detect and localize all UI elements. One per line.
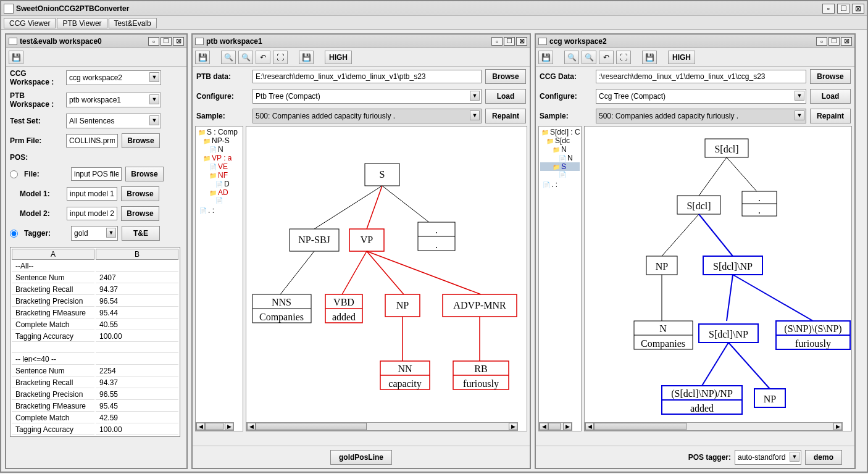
label-ptb-configure: Configure:	[196, 92, 249, 101]
panel-min-icon[interactable]: ▫	[148, 37, 159, 46]
label-ccg-workspace: CCG Workspace :	[10, 69, 62, 86]
select-ptb-configure[interactable]: Ptb Tree (Compact)▼	[252, 89, 482, 104]
main-tabs: CCG Viewer PTB Viewer Test&Evalb	[1, 16, 867, 30]
label-tagger: Tagger:	[24, 229, 67, 238]
disk-icon[interactable]: 💾	[299, 51, 314, 64]
select-ptb-workspace[interactable]: ptb workspace1▼	[66, 93, 161, 107]
col-a: A	[12, 249, 94, 260]
high-button[interactable]: HIGH	[668, 51, 695, 64]
label-ptb-workspace: PTB Workspace :	[10, 91, 62, 109]
scrollbar-h[interactable]: ◀▶	[539, 422, 572, 431]
ptb-outline[interactable]: S : Comp NP-S N VP : a VE NF D AD . : ◀▶	[195, 126, 243, 431]
tab-ptb-viewer[interactable]: PTB Viewer	[57, 18, 107, 28]
select-ccg-workspace[interactable]: ccg workspace2▼	[66, 70, 161, 85]
select-test-set[interactable]: All Sentences▼	[66, 114, 161, 128]
panel-evalb-titlebar: test&evalb workspace0 ▫ ☐ ⊠	[6, 35, 186, 48]
radio-file[interactable]	[10, 170, 18, 178]
svg-line-57	[733, 275, 813, 321]
zoom-in-icon[interactable]: 🔍	[221, 51, 236, 64]
te-button[interactable]: T&E	[122, 226, 160, 241]
scrollbar-h[interactable]: ◀▶	[585, 422, 843, 431]
input-prm-file[interactable]	[66, 134, 118, 148]
browse-prm-button[interactable]: Browse	[122, 133, 160, 148]
fit-icon[interactable]: ⛶	[616, 51, 631, 64]
chevron-down-icon: ▼	[795, 91, 804, 101]
save-icon[interactable]: 💾	[538, 51, 553, 64]
undo-icon[interactable]: ↶	[256, 51, 270, 64]
input-model1[interactable]	[67, 187, 117, 201]
browse-ccg-button[interactable]: Browse	[810, 69, 851, 84]
panel-ptb: ptb workspace1 ▫ ☐ ⊠ 💾 🔍 🔍 ↶ ⛶ 💾 HIGH	[191, 33, 531, 469]
panel-close-icon[interactable]: ⊠	[841, 37, 852, 46]
svg-text:furiously: furiously	[795, 338, 831, 349]
svg-line-3	[367, 186, 382, 229]
browse-ptb-button[interactable]: Browse	[485, 69, 526, 84]
panel-close-icon[interactable]: ⊠	[516, 37, 527, 46]
table-row: Bracketing FMeasure95.45	[12, 401, 178, 412]
svg-text:furiously: furiously	[463, 378, 499, 389]
browse-pos-button[interactable]: Browse	[125, 167, 164, 181]
svg-text:VBD: VBD	[333, 297, 354, 307]
ccg-bottom-bar: POS tagger: auto-standford▼ demo	[536, 446, 854, 468]
maximize-icon[interactable]: ☐	[837, 4, 849, 14]
zoom-in-icon[interactable]: 🔍	[564, 51, 579, 64]
panel-min-icon[interactable]: ▫	[491, 37, 503, 46]
panel-max-icon[interactable]: ☐	[828, 37, 840, 46]
fit-icon[interactable]: ⛶	[273, 51, 288, 64]
load-ccg-button[interactable]: Load	[810, 89, 851, 104]
select-ccg-sample[interactable]: 500: Companies added capacity furiously …	[596, 109, 806, 123]
save-icon[interactable]: 💾	[9, 51, 23, 64]
ccg-tree-canvas[interactable]: S[dcl] S[dcl] .. NP S[dcl]\NP	[584, 126, 852, 431]
ccg-outline[interactable]: S[dcl] : C S[dc N N S . : ◀▶	[538, 126, 582, 431]
svg-text:S[dcl]\NP: S[dcl]\NP	[713, 261, 753, 272]
panel-ccg: ccg workspace2 ▫ ☐ ⊠ 💾 🔍 🔍 ↶ ⛶ 💾 HIGH	[535, 33, 856, 469]
select-tagger[interactable]: gold▼	[71, 226, 118, 241]
minimize-icon[interactable]: ▫	[822, 4, 835, 14]
zoom-out-icon[interactable]: 🔍	[582, 51, 596, 64]
panel-close-icon[interactable]: ⊠	[173, 37, 184, 46]
label-pos-tagger: POS tagger:	[688, 453, 731, 462]
repaint-ptb-button[interactable]: Repaint	[485, 109, 526, 123]
input-ccg-data[interactable]	[596, 70, 806, 83]
close-icon[interactable]: ⊠	[852, 4, 864, 14]
demo-button[interactable]: demo	[805, 450, 842, 465]
svg-text:S[dcl]: S[dcl]	[714, 144, 738, 154]
undo-icon[interactable]: ↶	[599, 51, 614, 64]
scrollbar-h[interactable]: ◀▶	[196, 422, 234, 431]
save-icon[interactable]: 💾	[195, 51, 210, 64]
label-pos: POS:	[10, 153, 28, 162]
select-ptb-sample[interactable]: 500: Companies added capacity furiously …	[252, 109, 482, 123]
svg-line-50	[699, 214, 733, 256]
load-ptb-button[interactable]: Load	[485, 89, 526, 104]
label-ccg-sample: Sample:	[540, 112, 592, 120]
tab-test-evalb[interactable]: Test&Evalb	[109, 18, 157, 28]
input-pos-file[interactable]	[71, 167, 122, 181]
panel-ptb-title: ptb workspace1	[206, 37, 491, 46]
col-b: B	[96, 249, 178, 260]
browse-model2-button[interactable]: Browse	[121, 206, 159, 221]
goldposline-button[interactable]: goldPosLine	[330, 450, 392, 465]
scrollbar-h[interactable]: ◀▶	[246, 422, 518, 431]
ptb-tree-canvas[interactable]: S NP-SBJ VP .. NNSCompanies VBDadded	[246, 126, 527, 431]
zoom-out-icon[interactable]: 🔍	[238, 51, 253, 64]
panel-max-icon[interactable]: ☐	[161, 37, 172, 46]
input-model2[interactable]	[67, 207, 117, 220]
repaint-ccg-button[interactable]: Repaint	[810, 109, 851, 123]
table-row: Bracketing Precision96.55	[12, 389, 178, 400]
disk-icon[interactable]: 💾	[642, 51, 657, 64]
browse-model1-button[interactable]: Browse	[121, 186, 159, 201]
app-icon	[4, 4, 14, 14]
chevron-down-icon: ▼	[790, 452, 799, 462]
svg-line-15	[367, 251, 404, 294]
select-ccg-configure[interactable]: Ccg Tree (Compact)▼	[596, 89, 806, 104]
input-ptb-data[interactable]	[252, 70, 482, 83]
panel-min-icon[interactable]: ▫	[816, 37, 827, 46]
radio-tagger[interactable]	[10, 230, 18, 238]
label-ptb-sample: Sample:	[196, 112, 249, 120]
svg-line-13	[280, 251, 314, 294]
panel-max-icon[interactable]: ☐	[504, 37, 515, 46]
panel-icon	[9, 38, 17, 45]
high-button[interactable]: HIGH	[325, 51, 352, 64]
tab-ccg-viewer[interactable]: CCG Viewer	[4, 18, 56, 28]
select-pos-tagger[interactable]: auto-standford▼	[735, 450, 801, 465]
